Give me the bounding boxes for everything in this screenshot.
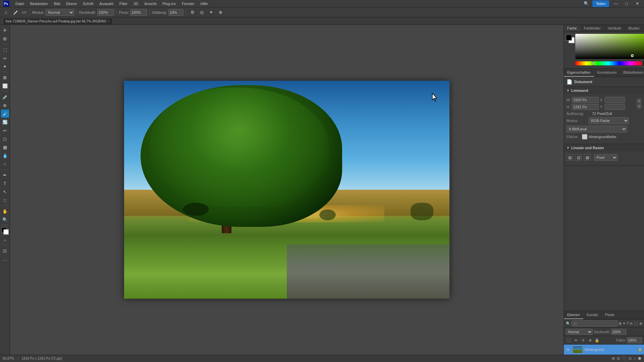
gradient-tool[interactable]: ▦ [1, 143, 9, 151]
hand-tool[interactable]: ✋ [1, 207, 9, 215]
y-input[interactable] [605, 104, 625, 110]
blur-tool[interactable]: 💧 [1, 152, 9, 160]
layers-filter-btn[interactable]: ⊞ [619, 320, 622, 326]
prop-tab-eigenschaften[interactable]: Eigenschaften [564, 69, 594, 77]
color-gradient[interactable] [575, 34, 644, 59]
layers-mask-btn[interactable]: ⬛ [634, 320, 638, 326]
layers-search-input[interactable] [572, 320, 618, 326]
status-btn-6[interactable]: ⬢ [638, 356, 641, 361]
crop-tool[interactable]: ⊠ [1, 73, 9, 81]
frame-tool[interactable]: ⬜ [1, 82, 9, 90]
layer-hintergrund[interactable]: 👁 Hintergrund 🔒 [564, 345, 644, 355]
lock-transparent-btn[interactable]: ⬛ [566, 337, 572, 343]
clone-tool[interactable]: 🔃 [1, 118, 9, 126]
prop-tab-korrekturen[interactable]: Korrekturen [594, 69, 620, 77]
color-tab-verlaufe[interactable]: Verläufe [604, 25, 625, 32]
rulers-unit-select[interactable]: Pixel [594, 154, 618, 161]
menu-filter[interactable]: Filter [117, 1, 130, 6]
layers-tab-pfade[interactable]: Pfade [601, 311, 618, 319]
quick-mask-btn[interactable]: ⬦ [1, 236, 9, 244]
menu-auswahl[interactable]: Auswahl [97, 1, 116, 6]
menu-fenster[interactable]: Fenster [179, 1, 197, 6]
artboard-tool[interactable]: ⊞ [1, 35, 9, 43]
tab-close-btn[interactable]: × [108, 19, 109, 23]
menu-3d[interactable]: 3D [131, 1, 141, 6]
menu-datei[interactable]: Datei [13, 1, 27, 6]
lock-pixels-btn[interactable]: ✒ [573, 337, 579, 343]
layer-opacity-input[interactable] [611, 329, 626, 335]
layers-new-group-btn[interactable]: ✦ [623, 320, 626, 326]
layers-add-btn[interactable]: T [627, 320, 629, 326]
brush-tool-btn[interactable] [11, 8, 19, 16]
close-button[interactable]: ✕ [633, 0, 641, 8]
canvas-section-header[interactable]: ▼ Leinwand [564, 87, 644, 94]
hue-slider[interactable] [575, 61, 642, 65]
shape-tool[interactable]: □ [1, 196, 9, 204]
maximize-button[interactable]: □ [623, 0, 631, 8]
layer-fill-input[interactable] [627, 337, 642, 343]
blend-mode-select[interactable]: Normal [566, 329, 593, 335]
mode-prop-select[interactable]: RGB-Farbe [589, 117, 629, 124]
canvas-area[interactable] [10, 25, 564, 355]
opacity-input[interactable] [97, 9, 114, 16]
status-btn-2[interactable]: ⊟ [617, 356, 620, 361]
guides-toggle-btn[interactable]: ⊠ [584, 154, 591, 161]
background-color[interactable] [3, 229, 9, 235]
color-tab-farbe[interactable]: Farbe [564, 25, 581, 32]
menu-ansicht[interactable]: Ansicht [142, 1, 159, 6]
status-btn-4[interactable]: ⊡ [629, 356, 632, 361]
menu-ebene[interactable]: Ebene [63, 1, 79, 6]
move-tool[interactable]: ✛ [1, 26, 9, 34]
link-width-btn[interactable]: ⛓ [637, 99, 641, 103]
brush-tool[interactable]: 🖌 [1, 110, 9, 118]
rulers-section-header[interactable]: ▼ Lineale und Raster [564, 144, 644, 152]
lock-artboard-btn[interactable]: ⊕ [587, 337, 593, 343]
spot-heal-tool[interactable]: ⊕ [1, 101, 9, 109]
prop-tab-bibliotheken[interactable]: Bibliotheken [620, 69, 644, 77]
layers-adj-btn[interactable]: ⊕ [639, 320, 642, 326]
menu-plugins[interactable]: Plug-ins [160, 1, 178, 6]
pen-tool[interactable]: ✒ [1, 171, 9, 179]
width-input[interactable] [572, 97, 599, 103]
share-button[interactable]: Teilen [592, 0, 609, 7]
active-tab[interactable]: tree-7186835_Ramon Perucho auf Pixabay.j… [3, 18, 113, 24]
color-tab-muster[interactable]: Muster [625, 25, 643, 32]
layer-visibility-toggle[interactable]: 👁 [566, 347, 571, 352]
menu-hilfe[interactable]: Hilfe [198, 1, 210, 6]
symmetry-btn[interactable]: ✦ [207, 8, 215, 16]
angle-btn[interactable]: ◎ [198, 8, 206, 16]
height-input[interactable] [572, 104, 599, 110]
lock-all-btn[interactable]: 🔒 [594, 337, 600, 343]
link-height-btn[interactable]: ⛓ [637, 104, 641, 109]
smoothing-input[interactable] [168, 9, 183, 16]
eyedropper-tool[interactable]: 💉 [1, 93, 9, 101]
status-btn-5[interactable]: □ [634, 357, 636, 361]
layers-fx-btn[interactable]: fx [630, 320, 633, 326]
pressure-btn[interactable]: ⊕ [217, 8, 225, 16]
flow-input[interactable] [130, 9, 147, 16]
status-btn-1[interactable]: ⊞ [612, 356, 615, 361]
wand-tool[interactable]: ✦ [1, 62, 9, 70]
screen-mode-btn[interactable]: ⊡ [1, 247, 9, 255]
menu-bild[interactable]: Bild [51, 1, 63, 6]
layers-tab-kanale[interactable]: Kanäle [583, 311, 601, 319]
text-tool[interactable]: T [1, 179, 9, 187]
marquee-tool[interactable]: ⬚ [1, 46, 9, 54]
minimize-button[interactable]: — [612, 0, 620, 8]
history-brush[interactable]: ↩ [1, 126, 9, 134]
path-selection[interactable]: ↖ [1, 188, 9, 196]
x-input[interactable] [605, 97, 625, 103]
menu-bearbeiten[interactable]: Bearbeiten [28, 1, 51, 6]
lasso-tool[interactable]: ∞ [1, 54, 9, 62]
home-button[interactable]: ⌂ [2, 8, 10, 16]
dodge-tool[interactable]: ○ [1, 160, 9, 168]
fill-color-preview[interactable] [582, 134, 587, 139]
zoom-tool[interactable]: 🔍 [1, 216, 9, 224]
settings-btn[interactable]: ⚙ [189, 8, 197, 16]
mode-select[interactable]: Normal [46, 9, 74, 16]
color-tab-farbfelder[interactable]: Farbfelder [581, 25, 604, 32]
lock-position-btn[interactable]: ✛ [580, 337, 586, 343]
extra-tools-btn[interactable]: … [1, 255, 9, 263]
bit-depth-select[interactable]: 8 Bit/Kanal [567, 126, 627, 132]
foreground-swatch[interactable] [566, 35, 572, 41]
